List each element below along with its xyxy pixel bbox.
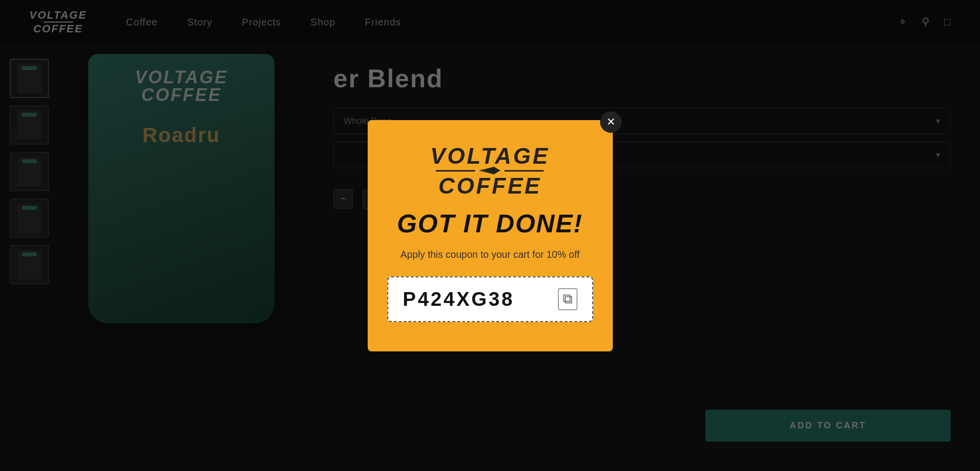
modal-logo: VOLTAGE COFFEE <box>430 145 550 197</box>
svg-marker-1 <box>479 169 486 173</box>
coupon-code: P424XG38 <box>403 288 515 310</box>
modal-bolt-row <box>436 170 544 172</box>
airplane-icon <box>475 165 504 176</box>
modal-heading: GOT IT DONE! <box>397 209 583 238</box>
close-icon: ✕ <box>606 116 615 128</box>
modal-logo-line2: COFFEE <box>438 174 542 197</box>
coupon-box: P424XG38 ⧉ <box>387 276 593 322</box>
modal-logo-line1: VOLTAGE <box>430 145 550 167</box>
coupon-modal: ✕ VOLTAGE COFFEE GOT IT DONE! Apply this… <box>368 120 613 351</box>
modal-subtext: Apply this coupon to your cart for 10% o… <box>401 247 579 262</box>
modal-close-button[interactable]: ✕ <box>600 111 622 133</box>
copy-icon[interactable]: ⧉ <box>558 288 578 310</box>
modal-overlay[interactable]: ✕ VOLTAGE COFFEE GOT IT DONE! Apply this… <box>0 0 980 471</box>
